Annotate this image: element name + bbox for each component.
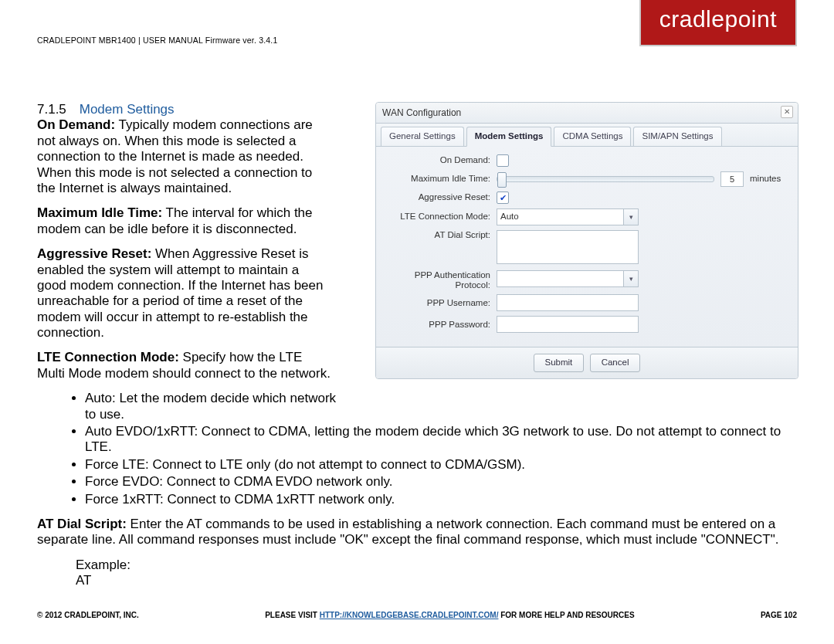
page-footer: © 2012 CRADLEPOINT, INC. PLEASE VISIT HT… — [37, 611, 797, 619]
select-ppp-auth[interactable]: ▾ — [497, 270, 639, 287]
submit-button[interactable]: Submit — [534, 354, 585, 372]
chevron-down-icon: ▾ — [623, 209, 638, 225]
example-line: AT — [76, 573, 797, 588]
list-item: Auto: Let the modem decide which network… — [85, 391, 340, 422]
input-ppp-pass[interactable] — [497, 316, 639, 333]
dialog-form: On Demand: Maximum Idle Time: 5 minutes … — [376, 147, 798, 347]
max-idle-value[interactable]: 5 — [720, 171, 744, 187]
tab-cdma-settings[interactable]: CDMA Settings — [554, 127, 631, 146]
label-max-idle: Maximum Idle Time: — [385, 174, 497, 185]
label-lte-mode: LTE Connection Mode: — [385, 212, 497, 222]
close-icon[interactable]: ✕ — [781, 106, 793, 118]
dialog-tabs: General Settings Modem Settings CDMA Set… — [376, 124, 798, 147]
select-lte-mode-value: Auto — [500, 212, 519, 222]
label-on-demand: On Demand: — [385, 155, 497, 166]
max-idle-unit: minutes — [750, 174, 781, 185]
section-number: 7.1.5 — [37, 102, 76, 117]
slider-max-idle[interactable] — [497, 176, 714, 182]
textarea-at-script[interactable] — [497, 230, 639, 264]
cancel-button[interactable]: Cancel — [590, 354, 641, 372]
dialog-title-text: WAN Configuration — [382, 107, 461, 118]
footer-link[interactable]: HTTP://KNOWLEDGEBASE.CRADLEPOINT.COM/ — [320, 611, 499, 619]
list-item: Force EVDO: Connect to CDMA EVDO network… — [85, 474, 797, 490]
label-ppp-auth: PPP Authentication Protocol: — [385, 270, 497, 290]
label-at-script-doc: AT Dial Script: — [37, 517, 127, 531]
list-item: Auto EVDO/1xRTT: Connect to CDMA, lettin… — [85, 424, 797, 456]
footer-middle: PLEASE VISIT HTTP://KNOWLEDGEBASE.CRADLE… — [265, 611, 634, 619]
chevron-down-icon: ▾ — [623, 271, 638, 286]
slider-thumb[interactable] — [497, 172, 507, 188]
checkbox-on-demand[interactable] — [497, 154, 509, 167]
tab-modem-settings[interactable]: Modem Settings — [466, 127, 552, 147]
lte-mode-options-list: Auto: Let the modem decide which network… — [37, 391, 797, 507]
wan-config-dialog: WAN Configuration ✕ General Settings Mod… — [375, 102, 798, 379]
label-lte-mode-doc: LTE Connection Mode: — [37, 350, 179, 364]
footer-right: PAGE 102 — [761, 611, 797, 619]
tab-general-settings[interactable]: General Settings — [381, 127, 464, 146]
input-ppp-user[interactable] — [497, 294, 639, 311]
dialog-titlebar: WAN Configuration ✕ — [376, 103, 798, 124]
label-ppp-user: PPP Username: — [385, 298, 497, 309]
dialog-footer: Submit Cancel — [376, 347, 798, 378]
label-max-idle-doc: Maximum Idle Time: — [37, 205, 162, 220]
list-item: Force 1xRTT: Connect to CDMA 1xRTT netwo… — [85, 492, 797, 507]
select-lte-mode[interactable]: Auto ▾ — [497, 208, 639, 225]
list-item: Force LTE: Connect to LTE only (do not a… — [85, 457, 797, 473]
label-at-script: AT Dial Script: — [385, 230, 497, 241]
label-ppp-pass: PPP Password: — [385, 320, 497, 330]
tab-sim-apn-settings[interactable]: SIM/APN Settings — [633, 127, 721, 146]
doc-header: CRADLEPOINT MBR1400 | USER MANUAL Firmwa… — [37, 36, 278, 45]
footer-left: © 2012 CRADLEPOINT, INC. — [37, 611, 139, 619]
brand-logo: cradlepoint — [639, 0, 797, 46]
label-agg-reset: Aggressive Reset: — [385, 192, 497, 203]
checkbox-agg-reset[interactable]: ✔ — [497, 192, 509, 204]
label-agg-reset-doc: Aggressive Reset: — [37, 246, 151, 261]
example-label: Example: — [76, 558, 797, 573]
section-title: Modem Settings — [80, 102, 175, 117]
para-at-script: Enter the AT commands to be used in esta… — [37, 517, 779, 547]
label-on-demand-doc: On Demand: — [37, 117, 115, 132]
